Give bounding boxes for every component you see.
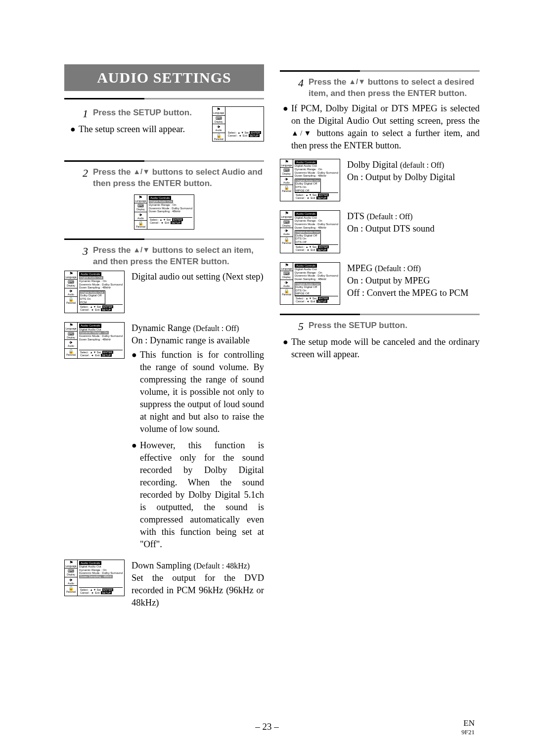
dynamic-range-text: Dynamic Range (Default : Off) On : Dynam… xyxy=(132,322,264,550)
step-4: 4 Press the ▲/▼ buttons to select a desi… xyxy=(295,77,480,99)
osd-down-sampling-screenshot: ⚑Language ⌨Display 🕩Audio 🔒Parental Audi… xyxy=(64,560,125,596)
step-3: 3 Press the ▲/▼ buttons to select an ite… xyxy=(79,245,264,268)
divider xyxy=(64,160,264,162)
step-number: 1 xyxy=(79,107,88,120)
dts-text: DTS (Default : Off) On : Output DTS soun… xyxy=(347,210,480,235)
digital-audio-out-text: Digital audio out setting (Next step) xyxy=(132,271,264,283)
dolby-block: ⚑Language ⌨Display 🕩Audio 🔒Parental Audi… xyxy=(280,159,480,201)
step-5-body: ● The setup mode will be canceled and th… xyxy=(283,336,480,361)
dolby-text: Dolby Digital (default : Off) On : Outpu… xyxy=(347,159,480,184)
osd-setup-screenshot: ⚑Language ⌨Display 🕩Audio 🔒Parental Sele… xyxy=(212,106,264,142)
divider xyxy=(280,70,480,72)
footer-right: EN 9F21 xyxy=(461,718,475,736)
step-2: 2 Press the ▲/▼ buttons to select Audio … xyxy=(79,167,264,189)
step-instruction: Press the SETUP button. xyxy=(93,107,192,119)
two-column-layout: AUDIO SETTINGS 1 Press the SETUP button.… xyxy=(64,64,480,618)
divider xyxy=(280,314,480,315)
footer-code: 9F21 xyxy=(461,728,475,736)
updown-icon: ▲/▼ xyxy=(133,245,150,254)
footer-lang: EN xyxy=(461,718,475,728)
step-5: 5 Press the SETUP button. xyxy=(295,320,480,333)
mpeg-text: MPEG (Default : Off) On : Output by MPEG… xyxy=(347,262,480,299)
step-number: 4 xyxy=(295,77,304,90)
bullet-dot: ● xyxy=(70,123,76,136)
osd-dao-screenshot: ⚑Language ⌨Display 🕩Audio 🔒Parental Audi… xyxy=(64,271,125,313)
step-1: 1 Press the SETUP button. xyxy=(79,107,206,120)
updown-icon: ▲/▼ xyxy=(133,167,150,176)
page-number: – 23 – xyxy=(0,721,534,732)
divider xyxy=(64,238,264,240)
right-column: 4 Press the ▲/▼ buttons to select a desi… xyxy=(280,64,480,618)
left-column: AUDIO SETTINGS 1 Press the SETUP button.… xyxy=(64,64,264,618)
step-number: 2 xyxy=(79,167,88,180)
step-number: 5 xyxy=(295,320,304,333)
osd-dts-screenshot: ⚑Language ⌨Display 🕩Audio 🔒Parental Audi… xyxy=(280,210,340,253)
down-sampling-block: ⚑Language ⌨Display 🕩Audio 🔒Parental Audi… xyxy=(64,560,264,609)
manual-page: AUDIO SETTINGS 1 Press the SETUP button.… xyxy=(0,0,534,756)
osd-mpeg-screenshot: ⚑Language ⌨Display 🕩Audio 🔒Parental Audi… xyxy=(280,262,340,305)
updown-icon: ▲/▼ xyxy=(291,129,313,137)
step-instruction: Press the SETUP button. xyxy=(309,320,407,331)
step-instruction: Press the ▲/▼ buttons to select Audio an… xyxy=(93,167,264,189)
osd-audio-controls-screenshot: ⚑Language ⌨Display 🕩Audio 🔒Parental Audi… xyxy=(134,194,194,230)
step-number: 3 xyxy=(79,245,88,258)
section-title: AUDIO SETTINGS xyxy=(64,64,264,91)
mpeg-block: ⚑Language ⌨Display 🕩Audio 🔒Parental Audi… xyxy=(280,262,480,305)
dynamic-range-block: ⚑Language ⌨Display 🕩Audio 🔒Parental Audi… xyxy=(64,322,264,550)
step-1-body: ● The setup screen will appear. xyxy=(70,123,206,136)
step-1-text: The setup screen will appear. xyxy=(79,123,185,136)
osd-dolby-screenshot: ⚑Language ⌨Display 🕩Audio 🔒Parental Audi… xyxy=(280,159,340,201)
step-4-body: ● If PCM, Dolby Digital or DTS MPEG is s… xyxy=(283,102,480,152)
step-instruction: Press the ▲/▼ buttons to select a desire… xyxy=(309,77,480,99)
updown-icon: ▲/▼ xyxy=(349,77,365,86)
dts-block: ⚑Language ⌨Display 🕩Audio 🔒Parental Audi… xyxy=(280,210,480,253)
digital-audio-out-block: ⚑Language ⌨Display 🕩Audio 🔒Parental Audi… xyxy=(64,271,264,313)
step-instruction: Press the ▲/▼ buttons to select an item,… xyxy=(93,245,264,268)
down-sampling-text: Down Sampling (Default : 48kHz) Set the … xyxy=(132,560,264,609)
divider xyxy=(64,98,264,99)
osd-dynamic-range-screenshot: ⚑Language ⌨Display 🕩Audio 🔒Parental Audi… xyxy=(64,322,125,359)
